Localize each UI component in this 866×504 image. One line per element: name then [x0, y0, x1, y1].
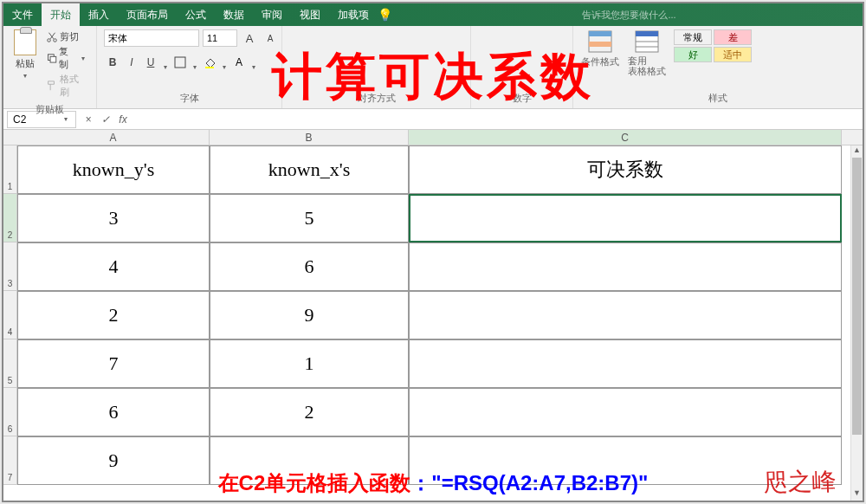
cell-style-bad[interactable]: 差	[714, 29, 752, 45]
group-number-label: 数字	[478, 88, 565, 108]
column-header-A[interactable]: A	[17, 130, 210, 145]
bold-button[interactable]: B	[104, 54, 121, 71]
italic-button[interactable]: I	[123, 54, 140, 71]
cell-C3[interactable]	[409, 242, 842, 291]
row-header[interactable]: 3	[3, 242, 17, 291]
fill-color-button[interactable]	[201, 54, 218, 71]
borders-button[interactable]	[171, 54, 189, 71]
paste-label: 粘贴	[16, 57, 35, 70]
copy-button[interactable]: 复制▾	[44, 44, 89, 72]
group-number: 数字	[471, 26, 573, 108]
tab-formulas[interactable]: 公式	[177, 3, 215, 26]
conditional-formatting-button[interactable]: 条件格式	[580, 29, 620, 68]
cell-A1[interactable]: known_y's	[17, 145, 210, 194]
cell-B3[interactable]: 6	[210, 242, 409, 291]
group-font: A A B I U ▾ ▾ ▾ A ▾ 字体	[97, 26, 282, 108]
chevron-down-icon[interactable]: ▾	[161, 54, 170, 71]
group-styles-label: 样式	[580, 88, 856, 108]
group-clipboard-label: 剪贴板	[10, 100, 89, 120]
tab-page-layout[interactable]: 页面布局	[118, 3, 177, 26]
cond-format-icon	[587, 29, 613, 54]
vertical-scrollbar[interactable]: ▲ ▼	[850, 145, 863, 501]
caption-lead: 在C2单元格插入函数	[218, 471, 411, 494]
cell-B5[interactable]: 1	[210, 339, 409, 388]
svg-rect-1	[50, 56, 56, 62]
font-name-select[interactable]	[104, 29, 199, 47]
cut-button[interactable]: 剪切	[44, 29, 89, 44]
cell-A2[interactable]: 3	[17, 194, 210, 242]
spreadsheet: ABC 1known_y'sknown_x's可决系数2353464295716…	[3, 130, 863, 501]
group-styles: 条件格式 套用 表格格式 常规 差 好 适中 样式	[573, 26, 863, 108]
cell-B2[interactable]: 5	[210, 194, 409, 242]
increase-font-button[interactable]: A	[241, 29, 258, 47]
formula-input[interactable]	[132, 111, 863, 128]
enter-formula-button[interactable]: ✓	[97, 113, 114, 126]
font-color-button[interactable]: A	[230, 54, 248, 71]
svg-rect-2	[175, 57, 185, 68]
instruction-caption: 在C2单元格插入函数："=RSQ(A2:A7,B2:B7)"	[3, 469, 863, 497]
tab-addins[interactable]: 加载项	[329, 3, 378, 26]
format-painter-label: 格式刷	[60, 73, 87, 99]
group-alignment-label: 对齐方式	[289, 88, 463, 108]
insert-function-button[interactable]: fx	[114, 113, 132, 126]
table-icon	[634, 29, 660, 54]
cell-C1[interactable]: 可决系数	[409, 145, 842, 194]
tab-file[interactable]: 文件	[3, 3, 42, 26]
tab-view[interactable]: 视图	[291, 3, 329, 26]
cell-style-normal[interactable]: 常规	[674, 29, 712, 45]
paste-button[interactable]: 粘贴 ▾	[10, 29, 41, 80]
format-painter-button[interactable]: 格式刷	[44, 72, 89, 100]
select-all-triangle[interactable]	[3, 130, 17, 145]
tab-review[interactable]: 审阅	[253, 3, 291, 26]
copy-label: 复制	[59, 45, 77, 71]
formula-bar-row: C2 ▾ × ✓ fx	[3, 109, 863, 130]
scrollbar-thumb[interactable]	[852, 158, 862, 435]
group-clipboard: 粘贴 ▾ 剪切 复制▾ 格式刷	[3, 26, 97, 108]
row-header[interactable]: 5	[3, 339, 17, 388]
cut-label: 剪切	[60, 30, 79, 43]
cell-A6[interactable]: 6	[17, 388, 210, 436]
cond-fmt-label: 条件格式	[581, 55, 619, 68]
group-alignment: 对齐方式	[282, 26, 471, 108]
row-header[interactable]: 1	[3, 145, 17, 194]
paint-bucket-icon	[204, 56, 216, 68]
cell-A4[interactable]: 2	[17, 291, 210, 339]
column-header-C[interactable]: C	[409, 130, 842, 145]
svg-rect-8	[636, 31, 658, 36]
cell-A3[interactable]: 4	[17, 242, 210, 291]
svg-rect-3	[205, 67, 214, 68]
cell-C6[interactable]	[409, 388, 842, 436]
tab-home[interactable]: 开始	[42, 3, 80, 26]
row-header[interactable]: 2	[3, 194, 17, 242]
row-header[interactable]: 4	[3, 291, 17, 339]
underline-button[interactable]: U	[142, 54, 159, 71]
clipboard-icon	[14, 29, 36, 55]
cell-C5[interactable]	[409, 339, 842, 388]
cell-A5[interactable]: 7	[17, 339, 210, 388]
chevron-down-icon: ▾	[21, 72, 29, 80]
format-as-table-button[interactable]: 套用 表格格式	[627, 29, 667, 76]
cell-B4[interactable]: 9	[210, 291, 409, 339]
cell-B6[interactable]: 2	[210, 388, 409, 436]
table-fmt-label: 套用 表格格式	[628, 55, 666, 76]
tab-insert[interactable]: 插入	[80, 3, 118, 26]
cell-B1[interactable]: known_x's	[210, 145, 409, 194]
tell-me-prompt[interactable]: 告诉我您想要做什么...	[396, 9, 863, 22]
group-font-label: 字体	[104, 88, 275, 108]
cell-style-neutral[interactable]: 适中	[714, 47, 752, 62]
column-header-B[interactable]: B	[210, 130, 409, 145]
font-size-select[interactable]	[203, 29, 237, 47]
chevron-down-icon[interactable]: ▾	[220, 54, 229, 71]
decrease-font-button[interactable]: A	[262, 29, 279, 47]
paintbrush-icon	[46, 80, 58, 92]
cell-C2[interactable]	[409, 194, 842, 242]
chevron-down-icon[interactable]: ▾	[249, 54, 258, 71]
row-header[interactable]: 6	[3, 388, 17, 436]
tab-data[interactable]: 数据	[215, 3, 253, 26]
cell-C4[interactable]	[409, 291, 842, 339]
scroll-up-arrow[interactable]: ▲	[851, 145, 863, 158]
cell-style-good[interactable]: 好	[674, 47, 712, 62]
scissors-icon	[46, 31, 58, 43]
svg-rect-6	[589, 42, 611, 47]
chevron-down-icon[interactable]: ▾	[191, 54, 199, 71]
